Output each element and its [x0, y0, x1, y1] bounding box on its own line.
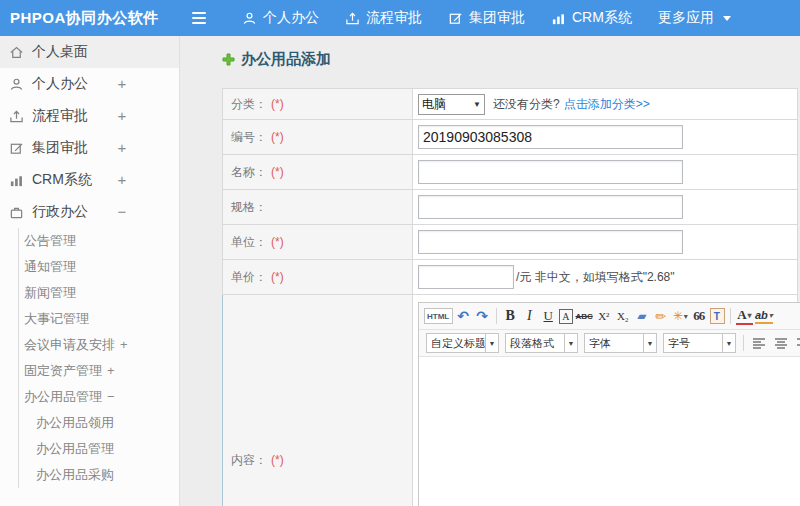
- sidebar-item-office-supplies-mgmt[interactable]: 办公用品管理−: [19, 384, 179, 410]
- sidebar-item-office-supplies-manage[interactable]: 办公用品管理: [19, 436, 179, 462]
- sidebar-item-label: 行政办公: [32, 203, 88, 221]
- label-text: 名称：: [231, 164, 267, 181]
- label-text: 规格：: [231, 199, 267, 216]
- top-menu-label: 集团审批: [469, 9, 525, 27]
- paragraph-format-select[interactable]: 段落格式▼: [505, 333, 578, 353]
- redo-icon[interactable]: ↷: [474, 306, 491, 326]
- sidebar-item-fixed-assets-mgmt[interactable]: 固定资产管理+: [19, 358, 179, 384]
- blockquote-button[interactable]: 66: [691, 306, 708, 326]
- undo-icon[interactable]: ↶: [455, 306, 472, 326]
- category-select[interactable]: 电脑 ▼: [418, 94, 485, 115]
- align-right-icon[interactable]: [793, 333, 800, 353]
- expand-toggle[interactable]: +: [114, 164, 130, 196]
- collapse-toggle[interactable]: −: [107, 389, 115, 404]
- name-input[interactable]: [418, 160, 683, 184]
- top-menu-personal-office[interactable]: 个人办公: [242, 9, 319, 27]
- quick-format-icon[interactable]: ✳▾: [672, 306, 689, 326]
- form-row-number: 编号： (*): [222, 120, 797, 155]
- sidebar-item-personal-office[interactable]: 个人办公 +: [0, 68, 179, 100]
- sidebar-item-news-mgmt[interactable]: 新闻管理: [19, 280, 179, 306]
- font-family-select[interactable]: 字体▼: [584, 333, 657, 353]
- sidebar-item-office-supplies-purchase[interactable]: 办公用品采购: [19, 462, 179, 488]
- button-glyph: 66: [693, 308, 704, 324]
- top-menu-more-apps[interactable]: 更多应用: [658, 9, 731, 27]
- align-left-icon[interactable]: [749, 333, 769, 353]
- heading-select[interactable]: 自定义标题▼: [426, 333, 499, 353]
- sidebar-item-office-supplies-claim[interactable]: 办公用品领用: [19, 410, 179, 436]
- top-menu-crm-system[interactable]: CRM系统: [551, 9, 632, 27]
- sidebar-item-crm-system[interactable]: CRM系统 +: [0, 164, 179, 196]
- chart-icon: [551, 11, 566, 26]
- rich-text-editor: HTML ↶ ↷ B I U: [418, 302, 800, 506]
- unit-input[interactable]: [418, 230, 683, 254]
- required-mark: (*): [271, 165, 284, 179]
- top-menu-label: 个人办公: [263, 9, 319, 27]
- label-text: 内容：: [231, 452, 267, 469]
- office-supply-add-form: 分类： (*) 电脑 ▼ 还没有分类? 点击添加分类>> 编号： (*): [222, 88, 798, 506]
- top-menu-group-approval[interactable]: 集团审批: [448, 9, 525, 27]
- dropdown-label: 自定义标题: [426, 333, 486, 353]
- spec-input[interactable]: [418, 195, 683, 219]
- subsubitem-label: 办公用品领用: [36, 415, 114, 430]
- number-input[interactable]: [418, 125, 683, 149]
- button-glyph: X²: [598, 310, 609, 322]
- field-label: 分类： (*): [223, 89, 413, 119]
- expand-toggle[interactable]: +: [114, 132, 130, 164]
- html-source-button[interactable]: HTML: [424, 308, 453, 324]
- caret-down-icon: [723, 16, 731, 21]
- editor-toolbar-row2: 自定义标题▼ 段落格式▼ 字体▼ 字号▼: [419, 330, 800, 357]
- button-glyph: HTML: [427, 312, 449, 321]
- expand-toggle[interactable]: +: [107, 363, 115, 378]
- field-label: 编号： (*): [223, 120, 413, 154]
- page-title: 办公用品添加: [222, 50, 331, 69]
- font-size-select[interactable]: 字号▼: [663, 333, 736, 353]
- button-glyph: T: [714, 311, 720, 322]
- top-menu: 个人办公 流程审批 集团审批 CRM系统 更多应用: [192, 0, 757, 36]
- sidebar-item-announcement-mgmt[interactable]: 公告管理: [19, 228, 179, 254]
- required-mark: (*): [271, 453, 284, 467]
- user-icon: [242, 11, 257, 26]
- form-row-name: 名称： (*): [222, 155, 797, 190]
- sidebar-item-memorabilia-mgmt[interactable]: 大事记管理: [19, 306, 179, 332]
- sidebar-item-notice-mgmt[interactable]: 通知管理: [19, 254, 179, 280]
- font-color-button[interactable]: A▾: [736, 308, 753, 325]
- button-glyph: I: [527, 308, 532, 324]
- sidebar-item-label: 集团审批: [32, 139, 88, 157]
- align-center-icon[interactable]: [771, 333, 791, 353]
- strikethrough-button[interactable]: ABC: [575, 306, 593, 326]
- subscript-button[interactable]: X₂: [615, 306, 632, 326]
- form-row-content: 内容： (*) HTML ↶ ↷ B: [222, 295, 797, 506]
- add-category-link[interactable]: 点击添加分类>>: [564, 96, 650, 113]
- sidebar-item-meeting-request[interactable]: 会议申请及安排+: [19, 332, 179, 358]
- user-icon: [9, 77, 24, 92]
- hamburger-menu-icon[interactable]: [192, 9, 210, 27]
- remove-format-icon[interactable]: ▰: [634, 306, 651, 326]
- toolbar-separator: [730, 308, 731, 324]
- subitem-label: 会议申请及安排: [24, 337, 115, 352]
- expand-toggle[interactable]: +: [114, 68, 130, 100]
- sidebar-item-personal-desktop[interactable]: 个人桌面: [0, 36, 179, 68]
- paste-as-text-button[interactable]: T: [710, 308, 725, 324]
- page-title-text: 办公用品添加: [241, 50, 331, 69]
- price-input[interactable]: [418, 265, 514, 289]
- chart-icon: [9, 173, 24, 188]
- category-selected-value: 电脑: [422, 96, 446, 113]
- top-menu-workflow-approval[interactable]: 流程审批: [345, 9, 422, 27]
- italic-button[interactable]: I: [521, 306, 538, 326]
- superscript-button[interactable]: X²: [596, 306, 613, 326]
- underline-button[interactable]: U: [540, 306, 557, 326]
- top-menu-label: CRM系统: [572, 9, 632, 27]
- expand-toggle[interactable]: +: [114, 100, 130, 132]
- toolbar-separator: [743, 335, 744, 351]
- sidebar-item-group-approval[interactable]: 集团审批 +: [0, 132, 179, 164]
- bold-button[interactable]: B: [502, 306, 519, 326]
- font-style-button[interactable]: A: [559, 309, 573, 324]
- highlight-color-button[interactable]: ab▾: [755, 308, 773, 324]
- format-brush-icon[interactable]: ✏: [653, 306, 670, 326]
- expand-toggle[interactable]: +: [120, 337, 128, 352]
- editor-content-area[interactable]: [419, 357, 800, 506]
- sidebar-item-admin-office[interactable]: 行政办公 −: [0, 196, 179, 228]
- sidebar-item-workflow-approval[interactable]: 流程审批 +: [0, 100, 179, 132]
- collapse-toggle[interactable]: −: [114, 196, 130, 228]
- required-mark: (*): [271, 130, 284, 144]
